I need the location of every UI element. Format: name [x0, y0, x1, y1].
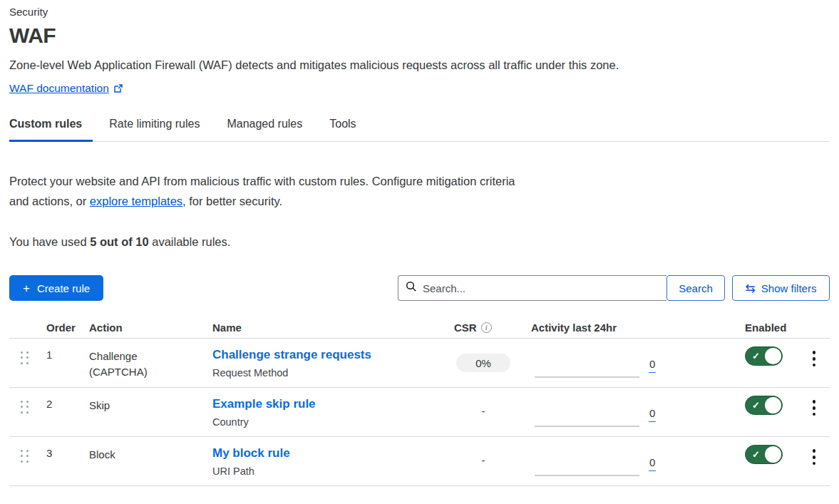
rule-order: 2: [46, 388, 89, 436]
table-header: Order Action Name CSRi Activity last 24h…: [9, 317, 830, 339]
header-name: Name: [212, 322, 454, 334]
header-action: Action: [89, 322, 212, 334]
waf-page: Security WAF Zone-level Web Application …: [0, 0, 839, 486]
enabled-toggle[interactable]: ✓: [745, 445, 783, 464]
enabled-toggle[interactable]: ✓: [745, 346, 783, 366]
usage-suffix: available rules.: [149, 235, 231, 248]
search-button[interactable]: Search: [666, 275, 725, 301]
tab-tools[interactable]: Tools: [329, 118, 356, 141]
drag-handle-icon[interactable]: [21, 450, 29, 463]
rule-name-link[interactable]: Challenge strange requests: [212, 348, 454, 362]
create-rule-label: Create rule: [37, 282, 90, 294]
rule-name-link[interactable]: Example skip rule: [212, 397, 454, 411]
rule-order: 1: [46, 339, 89, 387]
breadcrumb: Security: [9, 6, 830, 18]
tab-bar: Custom rules Rate limiting rules Managed…: [9, 118, 830, 142]
search-icon: [406, 281, 417, 295]
create-rule-button[interactable]: + Create rule: [9, 275, 103, 301]
show-filters-button[interactable]: ⇆ Show filters: [732, 275, 830, 301]
toggle-knob: [765, 446, 781, 463]
rule-name-link[interactable]: My block rule: [212, 446, 454, 461]
header-order: Order: [46, 322, 89, 334]
activity-count-link[interactable]: 0: [649, 358, 656, 373]
table-row: 1 Challenge (CAPTCHA) Challenge strange …: [9, 339, 830, 388]
waf-documentation-link[interactable]: WAF documentation: [9, 82, 109, 94]
rule-action: Challenge (CAPTCHA): [89, 339, 212, 387]
usage-count: 5 out of 10: [90, 235, 149, 248]
table-row: 3 Block My block rule URI Path - 0 ✓: [9, 437, 830, 486]
table-row: 2 Skip Example skip rule Country - 0 ✓: [9, 388, 830, 437]
tab-managed-rules[interactable]: Managed rules: [227, 118, 302, 141]
plus-icon: +: [23, 282, 30, 294]
rule-action: Skip: [89, 388, 212, 436]
drag-handle-icon[interactable]: [21, 401, 29, 413]
page-description: Zone-level Web Application Firewall (WAF…: [9, 58, 830, 72]
tab-rate-limiting-rules[interactable]: Rate limiting rules: [109, 118, 200, 141]
tab-custom-rules[interactable]: Custom rules: [9, 118, 93, 142]
intro-text-after: , for better security.: [182, 195, 282, 207]
row-menu-icon[interactable]: [808, 446, 820, 485]
header-csr: CSR: [454, 322, 477, 334]
check-icon: ✓: [752, 351, 760, 361]
enabled-toggle[interactable]: ✓: [745, 396, 783, 415]
page-title: WAF: [9, 24, 830, 48]
row-menu-icon[interactable]: [808, 348, 820, 387]
drag-handle-icon[interactable]: [21, 351, 29, 364]
check-icon: ✓: [752, 449, 760, 460]
usage-text: You have used 5 out of 10 available rule…: [9, 235, 830, 249]
check-icon: ✓: [752, 400, 760, 411]
csr-value: -: [456, 405, 510, 417]
activity-sparkline: [535, 426, 639, 427]
row-menu-icon[interactable]: [808, 397, 820, 436]
activity-count-link[interactable]: 0: [649, 456, 656, 471]
csr-info-icon[interactable]: i: [481, 322, 492, 333]
rule-field: Country: [212, 416, 454, 428]
header-activity: Activity last 24hr: [531, 322, 745, 334]
header-enabled: Enabled: [745, 322, 798, 334]
rule-action: Block: [89, 437, 212, 485]
intro-text: Protect your website and API from malici…: [9, 171, 535, 211]
rules-table: Order Action Name CSRi Activity last 24h…: [9, 317, 830, 486]
activity-count-link[interactable]: 0: [649, 407, 656, 422]
rule-field: URI Path: [212, 466, 454, 477]
toggle-knob: [765, 348, 781, 364]
search-box: [398, 275, 666, 301]
activity-sparkline: [535, 475, 639, 476]
show-filters-label: Show filters: [761, 282, 817, 294]
csr-value: -: [456, 454, 510, 466]
rule-field: Request Method: [212, 367, 454, 379]
activity-sparkline: [535, 376, 639, 378]
csr-value-badge: 0%: [456, 354, 510, 372]
toolbar: + Create rule Search ⇆ Show filters: [9, 275, 830, 301]
filters-swap-icon: ⇆: [746, 282, 756, 294]
external-link-icon: [113, 83, 123, 96]
usage-prefix: You have used: [9, 235, 90, 248]
rule-order: 3: [46, 437, 89, 485]
explore-templates-link[interactable]: explore templates: [90, 195, 182, 207]
toggle-knob: [765, 397, 781, 413]
search-input[interactable]: [423, 282, 659, 294]
